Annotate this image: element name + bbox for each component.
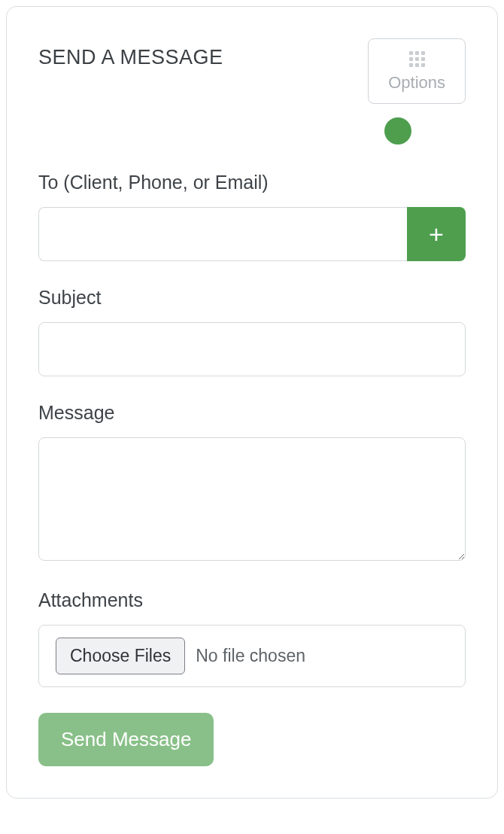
subject-input[interactable] (38, 322, 466, 376)
choose-files-button[interactable]: Choose Files (56, 638, 185, 674)
grid-icon (409, 51, 425, 67)
send-message-card: SEND A MESSAGE Options To (Client, Phone… (6, 6, 498, 799)
file-input-row: Choose Files No file chosen (38, 625, 466, 687)
attachments-label: Attachments (38, 589, 466, 611)
send-message-button[interactable]: Send Message (38, 713, 214, 766)
subject-field-block: Subject (38, 287, 466, 376)
header-row: SEND A MESSAGE Options (38, 38, 466, 104)
to-field-block: To (Client, Phone, or Email) + (38, 172, 466, 261)
to-input-row: + (38, 207, 466, 261)
subject-label: Subject (38, 287, 466, 309)
message-label: Message (38, 402, 466, 424)
message-textarea[interactable] (38, 437, 466, 561)
options-label: Options (388, 73, 445, 93)
status-indicator (384, 117, 411, 145)
page-title: SEND A MESSAGE (38, 38, 223, 69)
file-status-text: No file chosen (196, 646, 305, 666)
to-label: To (Client, Phone, or Email) (38, 172, 466, 193)
add-recipient-button[interactable]: + (407, 207, 466, 261)
options-button[interactable]: Options (368, 38, 466, 104)
status-row (38, 117, 466, 145)
to-input[interactable] (38, 207, 407, 261)
plus-icon: + (429, 220, 444, 249)
attachments-field-block: Attachments Choose Files No file chosen (38, 589, 466, 687)
message-field-block: Message (38, 402, 466, 564)
